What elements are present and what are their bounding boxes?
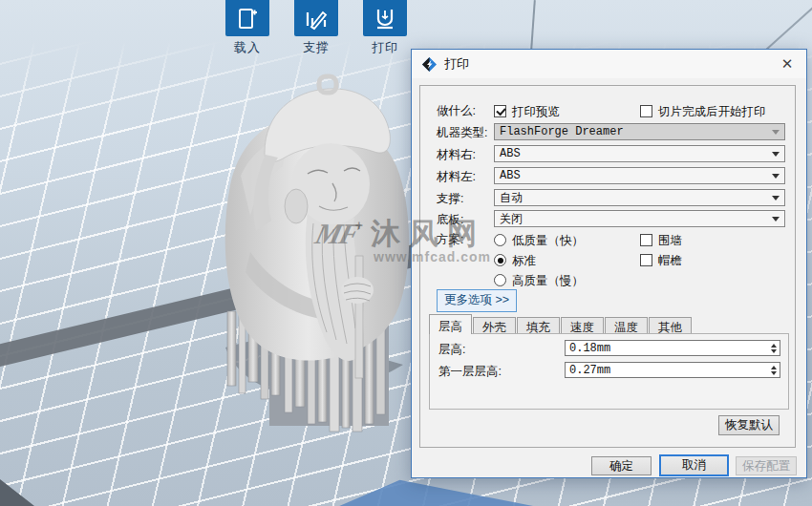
scheme-low-quality-option[interactable]: 低质量（快） xyxy=(494,231,584,249)
spin-up-icon[interactable] xyxy=(771,344,777,348)
material-left-value: ABS xyxy=(500,169,521,182)
what-label: 做什么: xyxy=(437,103,476,119)
chevron-down-icon xyxy=(772,130,780,135)
start-after-slice-option[interactable]: 切片完成后开始打印 xyxy=(640,102,766,120)
dialog-title: 打印 xyxy=(444,55,469,73)
chevron-down-icon xyxy=(772,217,780,221)
statue-3d-model[interactable] xyxy=(212,61,420,439)
material-right-label: 材料右: xyxy=(437,147,476,163)
material-right-value: ABS xyxy=(500,147,521,160)
wall-label: 围墙 xyxy=(658,234,682,247)
scheme-low-quality-label: 低质量（快） xyxy=(512,234,584,247)
spin-down-icon[interactable] xyxy=(771,349,777,353)
supports-combo[interactable]: 自动 xyxy=(494,189,785,206)
scheme-label: 方案: xyxy=(437,232,463,248)
chevron-down-icon xyxy=(772,174,780,179)
first-layer-height-spinner[interactable]: 0.27mm xyxy=(565,362,780,378)
tab-shell[interactable]: 外壳 xyxy=(473,317,516,334)
material-left-label: 材料左: xyxy=(437,169,476,185)
dialog-titlebar[interactable]: 打印 ✕ xyxy=(412,50,806,78)
first-layer-height-value: 0.27mm xyxy=(566,363,767,377)
toolbar-label-support: 支撑 xyxy=(294,39,338,56)
toolbar-button-print[interactable]: 打印 xyxy=(363,0,407,56)
chevron-down-icon xyxy=(772,152,780,157)
spin-down-icon[interactable] xyxy=(771,371,777,375)
supports-label: 支撑: xyxy=(437,191,463,207)
tab-temperature[interactable]: 温度 xyxy=(605,317,648,334)
material-left-combo[interactable]: ABS xyxy=(494,167,785,184)
settings-tabbar: 层高 外壳 填充 速度 温度 其他 xyxy=(429,315,693,334)
tab-layer-height[interactable]: 层高 xyxy=(429,314,472,334)
save-config-button: 保存配置 xyxy=(736,456,797,475)
scheme-low-quality-radio[interactable] xyxy=(494,234,506,246)
close-icon[interactable]: ✕ xyxy=(776,53,799,75)
machine-type-combo[interactable]: FlashForge Dreamer xyxy=(494,123,785,140)
layer-height-pane: 层高: 0.18mm 第一层层高: 0.27mm xyxy=(429,333,789,410)
brim-checkbox[interactable] xyxy=(640,254,652,266)
layer-height-value: 0.18mm xyxy=(566,341,767,355)
spinner-arrows[interactable] xyxy=(767,341,780,355)
ok-button[interactable]: 确定 xyxy=(591,456,652,475)
support-pencil-icon xyxy=(304,7,329,32)
raft-combo[interactable]: 关闭 xyxy=(494,210,785,227)
brim-label: 帽檐 xyxy=(658,254,682,267)
layer-height-label: 层高: xyxy=(438,342,465,358)
first-layer-height-label: 第一层层高: xyxy=(438,364,502,380)
print-dialog: 打印 ✕ 做什么: 打印预览 切片完成后开始打印 机器类型: FlashForg… xyxy=(411,49,807,478)
machine-type-value: FlashForge Dreamer xyxy=(500,125,624,138)
brim-option[interactable]: 帽檐 xyxy=(640,251,682,269)
tab-speed[interactable]: 速度 xyxy=(561,317,604,334)
toolbar-button-load[interactable]: 载入 xyxy=(225,0,269,56)
scheme-standard-radio[interactable] xyxy=(494,254,506,266)
scheme-high-quality-radio[interactable] xyxy=(494,274,506,286)
tab-infill[interactable]: 填充 xyxy=(517,317,560,334)
restore-defaults-button[interactable]: 恢复默认 xyxy=(718,415,780,435)
wall-checkbox[interactable] xyxy=(640,234,652,246)
start-after-slice-checkbox[interactable] xyxy=(640,105,652,117)
start-after-slice-label: 切片完成后开始打印 xyxy=(658,105,766,118)
toolbar-label-print: 打印 xyxy=(363,39,407,56)
cancel-button[interactable]: 取消 xyxy=(659,454,729,476)
print-extruder-icon xyxy=(373,7,397,32)
app-window: 载入 支撑 打印 打印 xyxy=(0,0,812,506)
raft-value: 关闭 xyxy=(500,211,523,227)
layer-height-spinner[interactable]: 0.18mm xyxy=(565,340,780,356)
toolbar-button-support[interactable]: 支撑 xyxy=(294,0,338,56)
raft-label: 底板: xyxy=(437,212,463,228)
more-options-button[interactable]: 更多选项 >> xyxy=(437,289,517,312)
preview-checkbox[interactable] xyxy=(494,105,506,117)
toolbar-label-load: 载入 xyxy=(225,39,269,56)
spin-up-icon[interactable] xyxy=(771,366,777,369)
machine-type-label: 机器类型: xyxy=(437,125,487,141)
preview-checkbox-option[interactable]: 打印预览 xyxy=(494,102,560,120)
preview-checkbox-label: 打印预览 xyxy=(512,105,560,118)
chevron-down-icon xyxy=(772,196,780,200)
tab-others[interactable]: 其他 xyxy=(649,317,692,334)
supports-value: 自动 xyxy=(500,190,523,206)
scheme-standard-label: 标准 xyxy=(512,254,536,267)
scheme-high-quality-label: 高质量（慢） xyxy=(512,274,584,287)
wall-option[interactable]: 围墙 xyxy=(640,231,682,249)
scheme-high-quality-option[interactable]: 高质量（慢） xyxy=(494,271,584,289)
flashprint-logo-icon xyxy=(422,57,437,72)
load-document-plus-icon xyxy=(235,7,260,32)
scheme-standard-option[interactable]: 标准 xyxy=(494,251,536,269)
spinner-arrows[interactable] xyxy=(767,363,780,377)
print-settings-group: 做什么: 打印预览 切片完成后开始打印 机器类型: FlashForge Dre… xyxy=(419,85,796,448)
material-right-combo[interactable]: ABS xyxy=(494,145,785,162)
